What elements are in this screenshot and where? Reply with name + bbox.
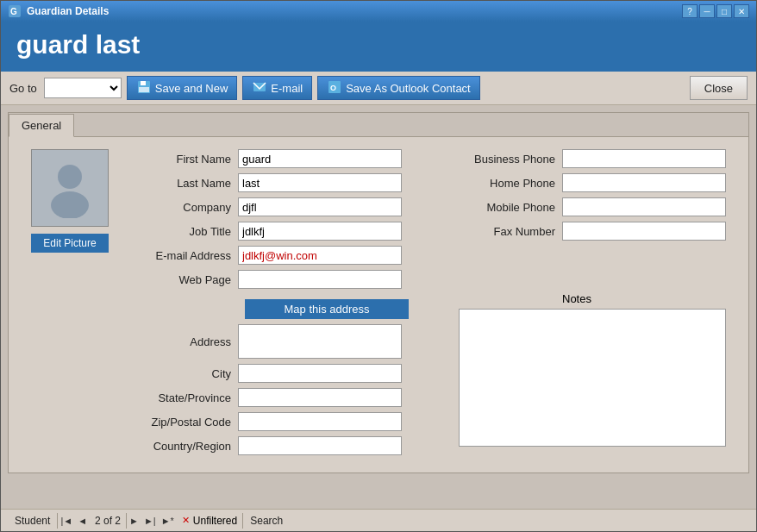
- statusbar: Student |◄ ◄ 2 of 2 ► ►| ►* ✕ Unfiltered…: [1, 509, 756, 531]
- map-address-button[interactable]: Map this address: [245, 299, 409, 319]
- outlook-icon: O: [327, 79, 342, 97]
- title-bar-text: Guardian Details: [27, 5, 682, 17]
- guardian-details-window: G Guardian Details ? ─ □ ✕ guard last Go…: [0, 0, 757, 532]
- avatar-box: [31, 149, 109, 227]
- save-and-new-button[interactable]: Save and New: [127, 76, 238, 100]
- filter-label: Unfiltered: [193, 515, 237, 527]
- address-section: Map this address Address City: [135, 299, 441, 455]
- address-label: Address: [135, 335, 238, 348]
- company-row: Company: [135, 197, 441, 216]
- window-close-button[interactable]: ✕: [734, 4, 749, 18]
- company-label: Company: [135, 201, 238, 214]
- app-header: guard last: [1, 22, 756, 72]
- close-button[interactable]: Close: [690, 76, 748, 100]
- maximize-button[interactable]: □: [716, 4, 732, 18]
- tab-general[interactable]: General: [9, 114, 74, 137]
- address-input[interactable]: [238, 324, 402, 359]
- job-title-input[interactable]: [238, 222, 402, 241]
- toolbar: Go to Save and New E-mail: [1, 72, 756, 105]
- svg-point-8: [58, 165, 82, 189]
- nav-prev-button[interactable]: ◄: [75, 515, 90, 527]
- email-icon: [252, 79, 267, 97]
- title-bar-controls: ? ─ □ ✕: [682, 4, 749, 18]
- notes-section: Notes: [459, 292, 735, 449]
- notes-label-row: Notes: [562, 292, 735, 305]
- svg-rect-4: [139, 87, 149, 92]
- student-label: Student: [8, 513, 58, 529]
- save-new-icon: [136, 79, 152, 97]
- edit-picture-button[interactable]: Edit Picture: [31, 234, 109, 253]
- company-input[interactable]: [238, 197, 402, 216]
- title-bar: G Guardian Details ? ─ □ ✕: [1, 1, 756, 22]
- nav-last-button[interactable]: ►|: [141, 515, 159, 527]
- svg-text:G: G: [10, 7, 17, 16]
- web-page-row: Web Page: [135, 270, 441, 289]
- fax-input[interactable]: [562, 222, 726, 241]
- nav-first-button[interactable]: |◄: [58, 515, 75, 527]
- filter-icon: ✕: [182, 515, 190, 526]
- mobile-phone-label: Mobile Phone: [459, 201, 562, 214]
- save-and-new-label: Save and New: [155, 82, 228, 95]
- country-input[interactable]: [238, 436, 402, 455]
- web-page-label: Web Page: [135, 273, 238, 286]
- first-name-row: First Name: [135, 149, 441, 168]
- job-title-row: Job Title: [135, 222, 441, 241]
- goto-label: Go to: [9, 82, 37, 95]
- job-title-label: Job Title: [135, 225, 238, 238]
- goto-select[interactable]: [44, 78, 122, 98]
- notes-textarea[interactable]: [459, 309, 726, 447]
- email-label: E-mail: [271, 82, 303, 95]
- app-icon: G: [8, 4, 22, 18]
- home-phone-label: Home Phone: [459, 177, 562, 190]
- map-row: Map this address: [135, 299, 441, 319]
- state-input[interactable]: [238, 388, 402, 407]
- help-button[interactable]: ?: [682, 4, 698, 18]
- tab-bar: General: [9, 113, 748, 137]
- record-count: 2 of 2: [90, 513, 127, 529]
- right-panel: Business Phone Home Phone Mobile Phone: [459, 149, 735, 460]
- first-name-input[interactable]: [238, 149, 402, 168]
- last-name-input[interactable]: [238, 173, 402, 192]
- home-phone-row: Home Phone: [459, 173, 735, 192]
- tab-container: General Edit Picture: [8, 112, 749, 473]
- fax-label: Fax Number: [459, 225, 562, 238]
- save-outlook-button[interactable]: O Save As Outlook Contact: [317, 76, 480, 100]
- last-name-label: Last Name: [135, 177, 238, 190]
- address-row: Address: [135, 324, 441, 359]
- notes-label: Notes: [562, 292, 591, 305]
- city-input[interactable]: [238, 364, 402, 383]
- header-title: guard last: [16, 30, 140, 59]
- business-phone-input[interactable]: [562, 149, 726, 168]
- business-phone-label: Business Phone: [459, 153, 562, 166]
- web-page-input[interactable]: [238, 270, 402, 289]
- city-row: City: [135, 364, 441, 383]
- svg-text:O: O: [330, 84, 336, 92]
- nav-next-button[interactable]: ►: [127, 515, 141, 527]
- country-row: Country/Region: [135, 436, 441, 455]
- content-area: General Edit Picture: [1, 105, 756, 509]
- state-row: State/Province: [135, 388, 441, 407]
- filter-indicator: ✕ Unfiltered: [177, 513, 243, 529]
- minimize-button[interactable]: ─: [699, 4, 715, 18]
- save-outlook-label: Save As Outlook Contact: [346, 82, 471, 95]
- first-name-label: First Name: [135, 153, 238, 166]
- city-label: City: [135, 367, 238, 380]
- mobile-phone-row: Mobile Phone: [459, 197, 735, 216]
- zip-label: Zip/Postal Code: [135, 416, 238, 429]
- zip-input[interactable]: [238, 412, 402, 431]
- tab-general-content: Edit Picture First Name Last Name: [9, 137, 748, 473]
- email-button[interactable]: E-mail: [242, 76, 312, 100]
- nav-new-button[interactable]: ►*: [159, 515, 177, 527]
- fax-row: Fax Number: [459, 222, 735, 241]
- email-input[interactable]: [238, 246, 402, 265]
- form-area: Edit Picture First Name Last Name: [22, 149, 735, 460]
- last-name-row: Last Name: [135, 173, 441, 192]
- state-label: State/Province: [135, 391, 238, 404]
- email-row: E-mail Address: [135, 246, 441, 265]
- svg-point-9: [51, 191, 89, 218]
- form-fields: First Name Last Name Company Job Ti: [135, 149, 441, 460]
- country-label: Country/Region: [135, 440, 238, 453]
- home-phone-input[interactable]: [562, 173, 726, 192]
- search-label[interactable]: Search: [243, 513, 290, 529]
- mobile-phone-input[interactable]: [562, 197, 726, 216]
